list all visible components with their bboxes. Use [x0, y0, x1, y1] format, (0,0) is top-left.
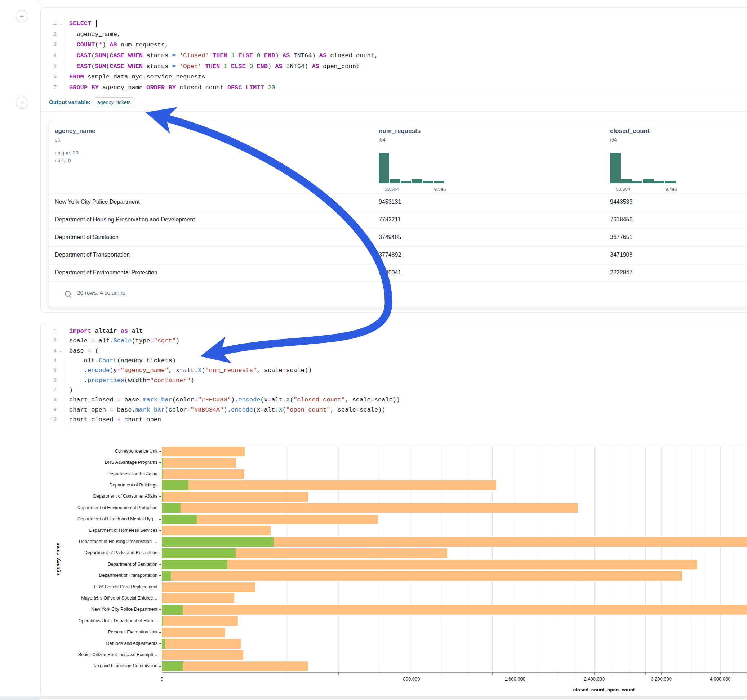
- code-token: X: [279, 407, 283, 413]
- code-token: X: [198, 367, 201, 374]
- add-cell-button-output[interactable]: +: [16, 97, 28, 109]
- code-token: 0: [250, 63, 253, 70]
- code-token: =: [117, 397, 121, 403]
- code-token: GROUP: [69, 84, 88, 91]
- code-token: chart_closed: [69, 397, 117, 403]
- code-token: alt.: [95, 337, 113, 344]
- code-text: .encode(y="agency_name", x=alt.X("num_re…: [65, 367, 312, 374]
- code-token: AS: [110, 41, 117, 48]
- table-cell: 7782211: [379, 216, 401, 223]
- output-variable-chip[interactable]: agency_tickets: [94, 97, 136, 107]
- code-line: 5 CAST(SUM(CASE WHEN status = 'Open' THE…: [41, 61, 747, 72]
- code-text: alt.Chart(agency_tickets): [65, 357, 176, 364]
- code-token: SUM: [95, 63, 106, 70]
- code-text: COUNT(*) AS num_requests,: [65, 41, 168, 48]
- code-token: INT64): [290, 52, 319, 59]
- code-token: ).: [231, 397, 238, 403]
- histogram-bar: [412, 179, 422, 183]
- code-token: (color: [172, 397, 194, 403]
- code-token: status: [143, 63, 172, 70]
- sql-code-editor[interactable]: 1⌄SELECT 2 agency_name,3 COUNT(*) AS num…: [41, 18, 747, 93]
- code-token: =: [260, 407, 264, 413]
- search-icon[interactable]: [65, 291, 71, 297]
- code-token: AS: [283, 52, 290, 59]
- add-cell-button-top[interactable]: +: [16, 10, 28, 22]
- code-token: "open_count": [286, 407, 330, 413]
- code-token: , scale: [257, 367, 282, 374]
- code-token: agency_name: [99, 84, 147, 91]
- table-cell: 7618456: [610, 216, 632, 223]
- code-token: =: [194, 397, 198, 403]
- column-header[interactable]: num_requests: [379, 127, 420, 135]
- code-token: , scale: [345, 397, 370, 403]
- column-header[interactable]: agency_name: [55, 127, 95, 135]
- code-token: (x: [260, 397, 268, 403]
- code-token: base.: [113, 407, 135, 413]
- code-token: =: [356, 407, 360, 413]
- code-token: closed_count,: [327, 52, 378, 59]
- code-token: LIMIT: [246, 84, 264, 91]
- code-token: [176, 63, 180, 70]
- code-token: [165, 84, 168, 91]
- code-token: import: [69, 328, 91, 335]
- code-token: [201, 63, 205, 70]
- code-token: THEN: [206, 63, 220, 70]
- python-code-editor[interactable]: 1import altair as alt2scale = alt.Scale(…: [41, 326, 747, 424]
- output-variable-value: agency_tickets: [97, 100, 131, 105]
- column-type: i64: [379, 137, 386, 143]
- table-row[interactable]: Department of Environmental Protection22…: [48, 264, 747, 282]
- code-token: INT64): [283, 63, 312, 70]
- code-token: (: [106, 63, 110, 70]
- next-cell-edge: [38, 698, 747, 700]
- code-line: 2 agency_name,: [41, 29, 747, 40]
- code-token: ): [268, 63, 275, 70]
- code-text: chart_closed + chart_open: [65, 416, 161, 423]
- divider: [41, 111, 747, 112]
- code-token: scale)): [286, 367, 312, 374]
- table-cell: Department of Environmental Protection: [55, 269, 157, 276]
- code-token: 20: [268, 84, 275, 91]
- code-token: ): [275, 52, 282, 59]
- code-token: [69, 52, 76, 59]
- notebook-page: + + 1⌄SELECT 2 agency_name,3 COUNT(*) AS…: [0, 0, 747, 700]
- code-token: SELECT: [69, 20, 91, 27]
- table-row[interactable]: Department of Sanitation37494853677651: [48, 229, 747, 247]
- histogram-max-label: 9.4e6: [665, 187, 677, 192]
- line-number: 4: [41, 53, 57, 59]
- code-token: "num_requests": [206, 367, 257, 374]
- output-variable-label: Output variable:: [49, 99, 91, 105]
- fold-caret-icon[interactable]: ⌄: [57, 348, 65, 353]
- code-line: 3⌄base = (: [41, 346, 747, 356]
- code-token: [176, 52, 180, 59]
- code-token: (: [290, 397, 293, 403]
- code-token: [124, 52, 128, 59]
- table-row[interactable]: Department of Housing Preservation and D…: [48, 211, 747, 229]
- code-token: mark_bar: [136, 407, 165, 413]
- code-token: CAST: [76, 52, 91, 59]
- fold-caret-icon[interactable]: ⌄: [57, 21, 65, 26]
- code-token: "container": [150, 377, 190, 384]
- code-text: import altair as alt: [65, 328, 143, 335]
- table-row[interactable]: New York City Police Department945313194…: [48, 193, 747, 211]
- code-token: END: [257, 63, 268, 70]
- code-token: SUM: [95, 52, 106, 59]
- text-cursor: [96, 20, 97, 27]
- code-token: alt.: [264, 407, 279, 413]
- code-token: [264, 84, 268, 91]
- code-token: [209, 52, 213, 59]
- code-text: scale = alt.Scale(type="sqrt"): [65, 337, 180, 344]
- table-row[interactable]: Department of Transportation377489234719…: [48, 246, 747, 264]
- code-token: [246, 63, 250, 70]
- code-token: *: [99, 41, 102, 48]
- code-token: ): [102, 41, 110, 48]
- code-token: =: [283, 367, 286, 374]
- code-token: ).: [224, 407, 231, 413]
- code-token: =: [88, 347, 91, 355]
- code-token: =: [187, 407, 190, 413]
- previous-cell-edge: [38, 0, 747, 3]
- histogram-max-label: 9.5e6: [434, 187, 446, 192]
- line-number: 5: [41, 63, 57, 69]
- code-token: scale)): [360, 407, 385, 413]
- histogram-bar: [401, 181, 411, 183]
- column-header[interactable]: closed_count: [610, 127, 650, 135]
